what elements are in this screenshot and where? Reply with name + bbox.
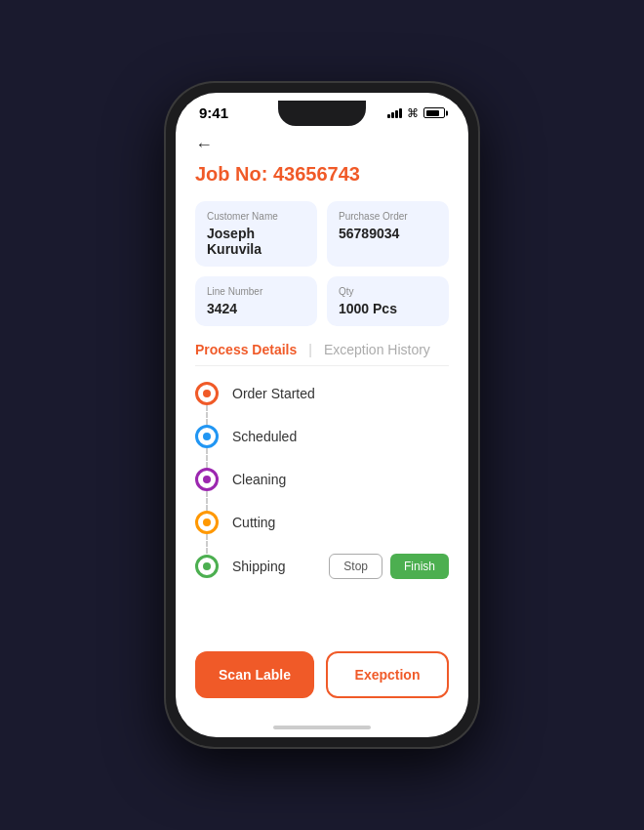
line-number-card: Line Number 3424 (195, 276, 317, 326)
step-order-started: Order Started (195, 382, 449, 425)
step-cleaning: Cleaning (195, 468, 449, 511)
finish-button[interactable]: Finish (390, 554, 449, 579)
step-label-cutting: Cutting (232, 515, 449, 530)
exception-button[interactable]: Exepction (326, 651, 449, 698)
step-shipping-actions: Stop Finish (329, 554, 449, 579)
status-time: 9:41 (199, 104, 228, 121)
purchase-order-card: Purchase Order 56789034 (327, 201, 449, 267)
wifi-icon: ⌘ (407, 106, 419, 120)
stop-button[interactable]: Stop (329, 554, 382, 579)
step-label-cleaning: Cleaning (232, 472, 449, 487)
scan-label-button[interactable]: Scan Lable (195, 651, 314, 698)
line-number-value: 3424 (207, 301, 305, 316)
step-shipping: Shipping Stop Finish (195, 554, 449, 579)
back-button[interactable]: ← (195, 135, 449, 155)
qty-card: Qty 1000 Pcs (327, 276, 449, 326)
purchase-order-label: Purchase Order (339, 211, 437, 222)
info-grid: Customer Name Joseph Kuruvila Purchase O… (195, 201, 449, 326)
step-icon-shipping (195, 555, 219, 578)
purchase-order-value: 56789034 (339, 226, 437, 241)
step-connector-2 (206, 448, 208, 468)
job-title: Job No: 43656743 (195, 163, 449, 186)
step-scheduled: Scheduled (195, 425, 449, 468)
customer-name-label: Customer Name (207, 211, 305, 222)
notch (278, 101, 366, 126)
line-number-label: Line Number (207, 286, 305, 297)
qty-value: 1000 Pcs (339, 301, 437, 316)
qty-label: Qty (339, 286, 437, 297)
step-label-scheduled: Scheduled (232, 429, 449, 444)
step-label-order-started: Order Started (232, 386, 449, 401)
status-bar: 9:41 ⌘ (176, 93, 468, 127)
phone-frame: 9:41 ⌘ ← Job No: 43656743 (166, 83, 478, 747)
step-connector-1 (206, 405, 208, 425)
tab-divider: | (308, 342, 312, 357)
step-icon-cutting (195, 511, 219, 534)
tab-process-details[interactable]: Process Details (195, 342, 297, 357)
step-cutting: Cutting (195, 511, 449, 554)
home-indicator (176, 718, 468, 737)
signal-icon (387, 108, 402, 118)
status-icons: ⌘ (387, 106, 445, 120)
step-icon-cleaning (195, 468, 219, 491)
step-icon-order-started (195, 382, 219, 405)
step-connector-3 (206, 491, 208, 511)
step-connector-4 (206, 534, 208, 554)
step-icon-scheduled (195, 425, 219, 448)
bottom-actions: Scan Lable Exepction (176, 640, 468, 718)
customer-name-value: Joseph Kuruvila (207, 226, 305, 257)
step-label-shipping: Shipping (232, 559, 329, 574)
battery-icon (423, 107, 445, 118)
customer-name-card: Customer Name Joseph Kuruvila (195, 201, 317, 267)
home-bar (273, 726, 371, 729)
tab-exception-history[interactable]: Exception History (324, 342, 430, 357)
main-content: ← Job No: 43656743 Customer Name Joseph … (176, 127, 468, 640)
phone-screen: 9:41 ⌘ ← Job No: 43656743 (176, 93, 468, 737)
process-list: Order Started Scheduled Cleaning (195, 382, 449, 579)
tabs: Process Details | Exception History (195, 342, 449, 366)
